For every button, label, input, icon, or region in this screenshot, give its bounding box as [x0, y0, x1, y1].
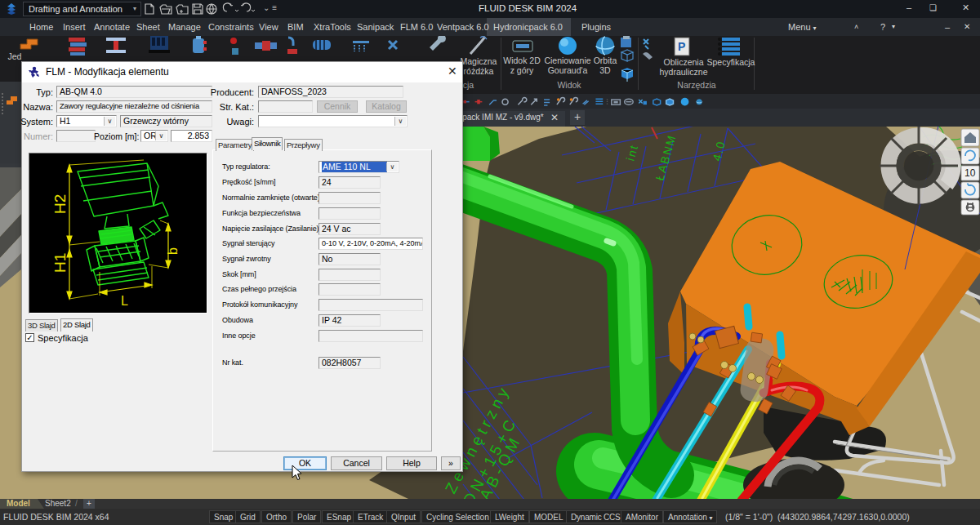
- svg-text:H1: H1: [51, 253, 69, 273]
- svg-text:H2: H2: [51, 194, 69, 214]
- svg-text:P: P: [678, 40, 685, 53]
- svg-text:L: L: [121, 294, 128, 308]
- svg-text:b: b: [166, 247, 180, 255]
- svg-text:10: 10: [964, 167, 976, 179]
